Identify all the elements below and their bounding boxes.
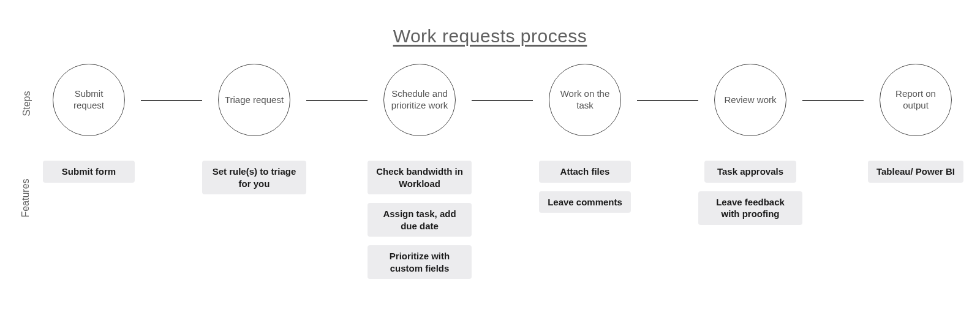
feature-group: Attach files Leave comments [533,161,637,213]
feature-group: Set rule(s) to triage for you [202,161,306,194]
feature-group: Task approvals Leave feedback with proof… [698,161,802,225]
step-circle: Triage request [218,64,290,136]
feature-group: Submit form [37,161,141,183]
feature-chip: Set rule(s) to triage for you [202,161,306,194]
step-circle: Review work [714,64,786,136]
connector-line [802,100,864,101]
process-columns: Submit request Submit form Triage reques… [37,64,980,279]
step-circle: Report on output [880,64,952,136]
step-circle: Work on the task [549,64,621,136]
step-column: Work on the task Attach files Leave comm… [533,64,637,213]
feature-chip: Assign task, add due date [368,203,472,237]
feature-chip: Task approvals [704,161,796,183]
feature-chip: Prioritize with custom fields [368,245,472,279]
feature-chip: Tableau/ Power BI [868,161,963,183]
step-column: Report on output Tableau/ Power BI [864,64,968,183]
feature-chip: Leave feedback with proofing [698,191,802,225]
connector-line [472,100,533,101]
feature-chip: Submit form [43,161,135,183]
feature-group: Tableau/ Power BI [864,161,968,183]
diagram-body: Steps Features Submit request Submit for… [0,64,980,279]
feature-chip: Check bandwidth in Workload [368,161,472,194]
connector-line [141,100,202,101]
step-column: Schedule and prioritize work Check bandw… [368,64,472,279]
feature-chip: Leave comments [539,191,631,213]
row-label-features: Features [20,178,31,217]
step-circle: Schedule and prioritize work [383,64,456,136]
diagram-title: Work requests process [0,26,980,47]
step-column: Submit request Submit form [37,64,141,183]
step-column: Triage request Set rule(s) to triage for… [202,64,306,194]
connector-line [637,100,698,101]
row-label-steps: Steps [21,91,32,116]
step-column: Review work Task approvals Leave feedbac… [698,64,802,225]
connector-line [306,100,368,101]
feature-chip: Attach files [539,161,631,183]
feature-group: Check bandwidth in Workload Assign task,… [368,161,472,279]
step-circle: Submit request [53,64,125,136]
